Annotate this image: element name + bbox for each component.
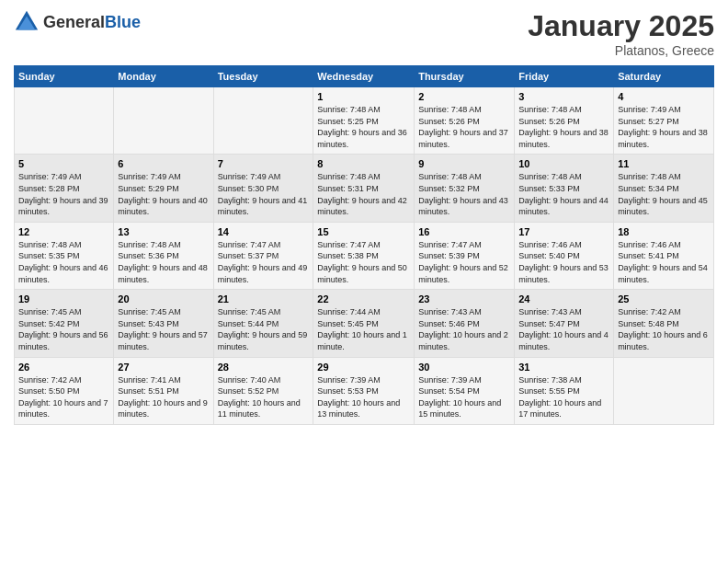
page-container: GeneralBlue January 2025 Platanos, Greec… <box>0 0 728 434</box>
calendar-week-row: 26Sunrise: 7:42 AM Sunset: 5:50 PM Dayli… <box>15 357 714 424</box>
table-row: 13Sunrise: 7:48 AM Sunset: 5:36 PM Dayli… <box>114 222 213 289</box>
table-row: 9Sunrise: 7:48 AM Sunset: 5:32 PM Daylig… <box>415 155 515 222</box>
day-content: Sunrise: 7:44 AM Sunset: 5:45 PM Dayligh… <box>317 306 410 352</box>
day-number: 31 <box>518 362 609 373</box>
table-row: 3Sunrise: 7:48 AM Sunset: 5:26 PM Daylig… <box>515 87 614 155</box>
day-content: Sunrise: 7:45 AM Sunset: 5:44 PM Dayligh… <box>218 306 310 352</box>
day-number: 13 <box>118 226 209 237</box>
day-number: 11 <box>618 158 710 169</box>
table-row: 8Sunrise: 7:48 AM Sunset: 5:31 PM Daylig… <box>313 155 415 222</box>
day-number: 16 <box>418 226 510 237</box>
logo-icon <box>14 9 40 35</box>
header-sunday: Sunday <box>15 66 114 87</box>
day-number: 14 <box>218 226 310 237</box>
day-number: 9 <box>418 158 510 169</box>
day-content: Sunrise: 7:48 AM Sunset: 5:34 PM Dayligh… <box>618 171 710 217</box>
day-content: Sunrise: 7:43 AM Sunset: 5:46 PM Dayligh… <box>418 306 510 352</box>
day-content: Sunrise: 7:39 AM Sunset: 5:53 PM Dayligh… <box>317 374 410 420</box>
day-content: Sunrise: 7:42 AM Sunset: 5:50 PM Dayligh… <box>18 374 109 420</box>
table-row: 23Sunrise: 7:43 AM Sunset: 5:46 PM Dayli… <box>415 290 515 357</box>
table-row: 4Sunrise: 7:49 AM Sunset: 5:27 PM Daylig… <box>614 87 714 155</box>
day-number: 22 <box>317 293 410 304</box>
calendar-week-row: 1Sunrise: 7:48 AM Sunset: 5:25 PM Daylig… <box>15 87 714 155</box>
table-row <box>114 87 213 155</box>
day-number: 4 <box>618 91 710 102</box>
table-row: 18Sunrise: 7:46 AM Sunset: 5:41 PM Dayli… <box>614 222 714 289</box>
table-row: 2Sunrise: 7:48 AM Sunset: 5:26 PM Daylig… <box>415 87 515 155</box>
day-number: 12 <box>18 226 109 237</box>
table-row: 10Sunrise: 7:48 AM Sunset: 5:33 PM Dayli… <box>515 155 614 222</box>
calendar-week-row: 5Sunrise: 7:49 AM Sunset: 5:28 PM Daylig… <box>15 155 714 222</box>
day-number: 26 <box>18 362 109 373</box>
day-content: Sunrise: 7:38 AM Sunset: 5:55 PM Dayligh… <box>518 374 609 420</box>
day-content: Sunrise: 7:49 AM Sunset: 5:30 PM Dayligh… <box>218 171 310 217</box>
calendar-table: Sunday Monday Tuesday Wednesday Thursday… <box>14 65 714 425</box>
day-content: Sunrise: 7:48 AM Sunset: 5:32 PM Dayligh… <box>418 171 510 217</box>
header-monday: Monday <box>114 66 213 87</box>
day-number: 6 <box>118 158 209 169</box>
day-content: Sunrise: 7:43 AM Sunset: 5:47 PM Dayligh… <box>518 306 609 352</box>
header-friday: Friday <box>515 66 614 87</box>
calendar-week-row: 12Sunrise: 7:48 AM Sunset: 5:35 PM Dayli… <box>15 222 714 289</box>
day-number: 28 <box>218 362 310 373</box>
day-number: 25 <box>618 293 710 304</box>
day-number: 20 <box>118 293 209 304</box>
table-row: 21Sunrise: 7:45 AM Sunset: 5:44 PM Dayli… <box>213 290 313 357</box>
table-row: 14Sunrise: 7:47 AM Sunset: 5:37 PM Dayli… <box>213 222 313 289</box>
day-content: Sunrise: 7:48 AM Sunset: 5:26 PM Dayligh… <box>418 104 510 150</box>
table-row: 22Sunrise: 7:44 AM Sunset: 5:45 PM Dayli… <box>313 290 415 357</box>
day-number: 2 <box>418 91 510 102</box>
logo: GeneralBlue <box>14 9 141 35</box>
table-row: 24Sunrise: 7:43 AM Sunset: 5:47 PM Dayli… <box>515 290 614 357</box>
day-number: 7 <box>218 158 310 169</box>
table-row <box>213 87 313 155</box>
day-content: Sunrise: 7:48 AM Sunset: 5:36 PM Dayligh… <box>118 239 209 285</box>
day-number: 23 <box>418 293 510 304</box>
day-content: Sunrise: 7:49 AM Sunset: 5:27 PM Dayligh… <box>618 104 710 150</box>
table-row: 11Sunrise: 7:48 AM Sunset: 5:34 PM Dayli… <box>614 155 714 222</box>
day-number: 18 <box>618 226 710 237</box>
day-content: Sunrise: 7:48 AM Sunset: 5:33 PM Dayligh… <box>518 171 609 217</box>
table-row: 29Sunrise: 7:39 AM Sunset: 5:53 PM Dayli… <box>313 357 415 424</box>
table-row: 1Sunrise: 7:48 AM Sunset: 5:25 PM Daylig… <box>313 87 415 155</box>
table-row: 19Sunrise: 7:45 AM Sunset: 5:42 PM Dayli… <box>15 290 114 357</box>
header-tuesday: Tuesday <box>213 66 313 87</box>
day-content: Sunrise: 7:48 AM Sunset: 5:35 PM Dayligh… <box>18 239 109 285</box>
day-number: 8 <box>317 158 410 169</box>
header-wednesday: Wednesday <box>313 66 415 87</box>
day-content: Sunrise: 7:49 AM Sunset: 5:29 PM Dayligh… <box>118 171 209 217</box>
logo-general: General <box>43 13 105 31</box>
day-number: 1 <box>317 91 410 102</box>
table-row: 26Sunrise: 7:42 AM Sunset: 5:50 PM Dayli… <box>15 357 114 424</box>
table-row: 25Sunrise: 7:42 AM Sunset: 5:48 PM Dayli… <box>614 290 714 357</box>
day-number: 5 <box>18 158 109 169</box>
table-row: 28Sunrise: 7:40 AM Sunset: 5:52 PM Dayli… <box>213 357 313 424</box>
day-content: Sunrise: 7:47 AM Sunset: 5:39 PM Dayligh… <box>418 239 510 285</box>
table-row: 6Sunrise: 7:49 AM Sunset: 5:29 PM Daylig… <box>114 155 213 222</box>
weekday-header-row: Sunday Monday Tuesday Wednesday Thursday… <box>15 66 714 87</box>
table-row: 27Sunrise: 7:41 AM Sunset: 5:51 PM Dayli… <box>114 357 213 424</box>
calendar-week-row: 19Sunrise: 7:45 AM Sunset: 5:42 PM Dayli… <box>15 290 714 357</box>
table-row: 30Sunrise: 7:39 AM Sunset: 5:54 PM Dayli… <box>415 357 515 424</box>
day-number: 21 <box>218 293 310 304</box>
day-content: Sunrise: 7:45 AM Sunset: 5:42 PM Dayligh… <box>18 306 109 352</box>
day-content: Sunrise: 7:47 AM Sunset: 5:38 PM Dayligh… <box>317 239 410 285</box>
day-content: Sunrise: 7:48 AM Sunset: 5:31 PM Dayligh… <box>317 171 410 217</box>
title-block: January 2025 Platanos, Greece <box>528 9 714 58</box>
day-content: Sunrise: 7:39 AM Sunset: 5:54 PM Dayligh… <box>418 374 510 420</box>
header-thursday: Thursday <box>415 66 515 87</box>
day-number: 19 <box>18 293 109 304</box>
table-row: 7Sunrise: 7:49 AM Sunset: 5:30 PM Daylig… <box>213 155 313 222</box>
table-row: 16Sunrise: 7:47 AM Sunset: 5:39 PM Dayli… <box>415 222 515 289</box>
day-content: Sunrise: 7:48 AM Sunset: 5:26 PM Dayligh… <box>518 104 609 150</box>
logo-blue: Blue <box>105 13 141 31</box>
table-row: 31Sunrise: 7:38 AM Sunset: 5:55 PM Dayli… <box>515 357 614 424</box>
day-number: 17 <box>518 226 609 237</box>
day-number: 3 <box>518 91 609 102</box>
table-row: 5Sunrise: 7:49 AM Sunset: 5:28 PM Daylig… <box>15 155 114 222</box>
month-title: January 2025 <box>528 9 714 43</box>
day-content: Sunrise: 7:49 AM Sunset: 5:28 PM Dayligh… <box>18 171 109 217</box>
day-content: Sunrise: 7:48 AM Sunset: 5:25 PM Dayligh… <box>317 104 410 150</box>
day-content: Sunrise: 7:40 AM Sunset: 5:52 PM Dayligh… <box>218 374 310 420</box>
day-number: 24 <box>518 293 609 304</box>
